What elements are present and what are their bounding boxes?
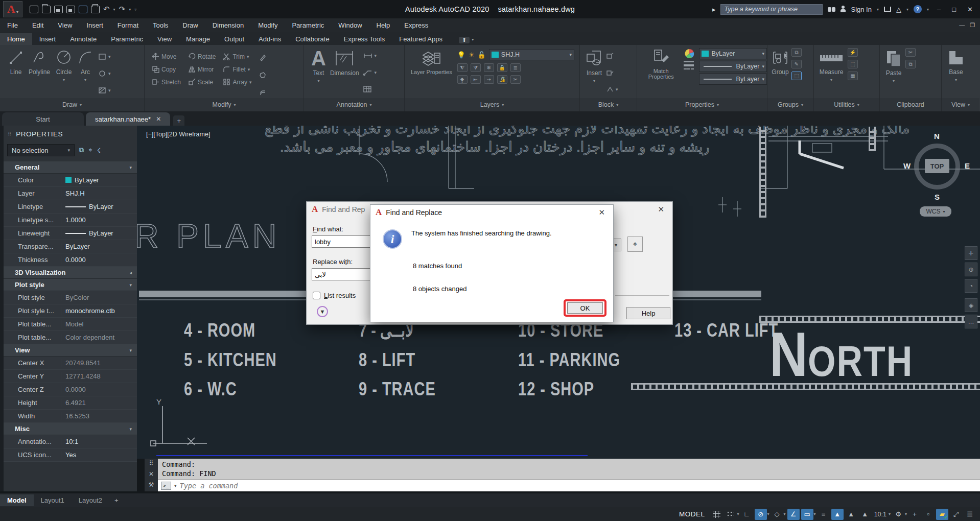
ribbon-tab-parametric[interactable]: Parametric [104,33,150,45]
select-objects-pick-button[interactable]: ⌖ [627,236,643,252]
help-caret-icon[interactable]: ▾ [927,7,929,12]
polar-caret-icon[interactable]: ▾ [767,512,769,516]
snap-caret-icon[interactable]: ▾ [737,512,739,516]
command-input[interactable] [180,482,977,490]
menu-file[interactable]: File [0,21,25,29]
layer-isolate-button[interactable]: ⧩ [471,63,481,72]
layer-properties-button[interactable]: Layer Properties [411,45,452,84]
snap-mode-toggle[interactable] [725,509,737,520]
menu-draw[interactable]: Draw [175,21,205,29]
layer-off-button[interactable]: ⧨ [457,63,468,72]
scale-caret-icon[interactable]: ▾ [889,512,891,516]
move-tool-button[interactable]: Move [152,50,181,63]
paste-button[interactable]: Paste ▾ [885,45,902,83]
ribbon-tab-home[interactable]: Home [0,33,32,45]
rectangle-tool-button[interactable]: ▾ [98,50,111,63]
search-expand-icon[interactable]: ▸ [712,6,716,13]
view-compass[interactable]: N W E S TOP [902,132,972,201]
layer-unisolate-button[interactable]: ⧪ [457,75,468,84]
menu-help[interactable]: Help [369,21,398,29]
ribbon-tab-collaborate[interactable]: Collaborate [288,33,337,45]
menu-dimension[interactable]: Dimension [205,21,251,29]
ribbon-tab-addins[interactable]: Add-ins [251,33,288,45]
help-button[interactable]: Help [626,307,670,319]
prop-row-annotation-scale[interactable]: Annotatio...10:1 [4,435,137,448]
annotation-scale-icon[interactable]: ▲ [859,509,871,520]
osnap-tracking-toggle[interactable]: ∠ [787,509,800,520]
section-plot-style[interactable]: Plot style▾ [4,279,137,291]
message-dialog-close-icon[interactable]: ✕ [595,208,608,217]
insert-block-button[interactable]: Insert ▾ [585,45,603,96]
table-button[interactable] [363,83,377,96]
ribbon-tab-insert[interactable]: Insert [32,33,63,45]
command-line-grip[interactable]: ⠿ ✕ ⚒ [145,459,158,491]
object-color-combo[interactable]: ByLayer ▾ [699,48,767,59]
annotation-visibility-toggle[interactable]: ▲ [831,509,844,520]
circle-tool-button[interactable]: Circle ▾ [55,45,73,97]
base-view-button[interactable]: Base ▾ [947,45,965,82]
measure-caret-icon[interactable]: ▾ [830,78,832,82]
annotation-scale-value[interactable]: 10:1 [873,509,888,520]
sign-in-link[interactable]: Sign In [851,6,871,13]
prop-row-layer[interactable]: LayerSHJ.H [4,187,137,200]
prop-row-plot-table-type[interactable]: Plot table...Color dependent [4,331,137,344]
array-tool-button[interactable]: Array▾ [223,76,251,88]
layer-walk-button[interactable]: ⇢ [484,75,494,84]
quick-select-palette-button[interactable]: ☇ [97,147,101,154]
group-button[interactable]: Group [772,45,789,80]
close-button[interactable]: ✕ [964,6,976,13]
erase-tool-button[interactable] [259,51,266,64]
prop-row-width[interactable]: Width16.5253 [4,410,137,423]
layout-tab-layout1[interactable]: Layout1 [34,494,72,506]
arc-tool-button[interactable]: Arc ▾ [78,45,93,97]
layout-tab-layout2[interactable]: Layout2 [72,494,109,506]
create-block-button[interactable] [606,49,618,62]
autoscale-annotation-toggle[interactable]: ▲ [845,509,857,520]
prop-row-center-x[interactable]: Center X20749.8541 [4,357,137,370]
panel-label-layers[interactable]: Layers▾ [405,98,579,111]
cloud-upload-icon[interactable]: ⬆ [459,37,470,43]
prop-row-center-z[interactable]: Center Z0.0000 [4,383,137,396]
compass-south[interactable]: S [935,193,940,201]
section-3d-visualization[interactable]: 3D Visualization◂ [4,267,137,279]
mirror-tool-button[interactable]: Mirror [188,63,216,76]
layer-prev-button[interactable]: ⇤ [471,75,481,84]
ellipse-tool-button[interactable]: ▾ [98,67,111,80]
lineweight-display-toggle[interactable]: ≡ [818,509,830,520]
menu-insert[interactable]: Insert [79,21,110,29]
prop-row-ucs-icon[interactable]: UCS icon...Yes [4,448,137,462]
quick-select-button[interactable]: ⚡ [848,48,858,57]
object-snap-toggle[interactable]: ▭ [801,509,813,520]
palette-dock-edge[interactable] [0,126,4,491]
circle-caret-icon[interactable]: ▾ [63,78,65,82]
iso-caret-icon[interactable]: ▾ [784,512,786,516]
palette-grip-icon[interactable]: ⠿ [8,131,12,137]
edit-block-button[interactable] [606,66,618,79]
prop-row-transparency[interactable]: Transpare...ByLayer [4,240,137,253]
search-icon[interactable] [828,7,835,12]
layer-on-bulb-icon[interactable]: 💡 [457,51,465,59]
ungroup-button[interactable]: ⧉ [791,48,802,57]
group-edit-button[interactable]: ✎ [791,60,802,68]
layer-lock-button[interactable]: 🔒 [497,63,507,72]
panel-label-annotation[interactable]: Annotation▾ [304,98,404,111]
pickadd-toggle-button[interactable]: ⧉ [79,146,84,154]
layer-freeze-button[interactable]: ❄ [484,63,494,72]
menu-view[interactable]: View [51,21,79,29]
section-view[interactable]: View▾ [4,344,137,357]
layout-tab-model[interactable]: Model [0,494,34,506]
navbar-orbit-tool[interactable]: ◔ [965,279,977,293]
prop-row-color[interactable]: ColorByLayer [4,174,137,187]
base-caret-icon[interactable]: ▾ [955,78,957,82]
navbar-steering-tool[interactable]: ◈ [965,298,977,312]
menu-edit[interactable]: Edit [25,21,51,29]
compass-east[interactable]: E [965,161,970,170]
linetype-combo[interactable]: ByLayer ▾ [699,74,767,85]
menu-tools[interactable]: Tools [146,21,175,29]
maximize-button[interactable]: □ [949,6,959,13]
command-recent-caret-icon[interactable]: ▾ [174,483,177,488]
command-input-row[interactable]: >_ ▾ [158,479,980,491]
minimize-button[interactable]: – [934,6,944,13]
prop-row-plot-style-table[interactable]: Plot style t...monochrome.ctb [4,304,137,318]
rotate-tool-button[interactable]: Rotate [188,50,216,63]
